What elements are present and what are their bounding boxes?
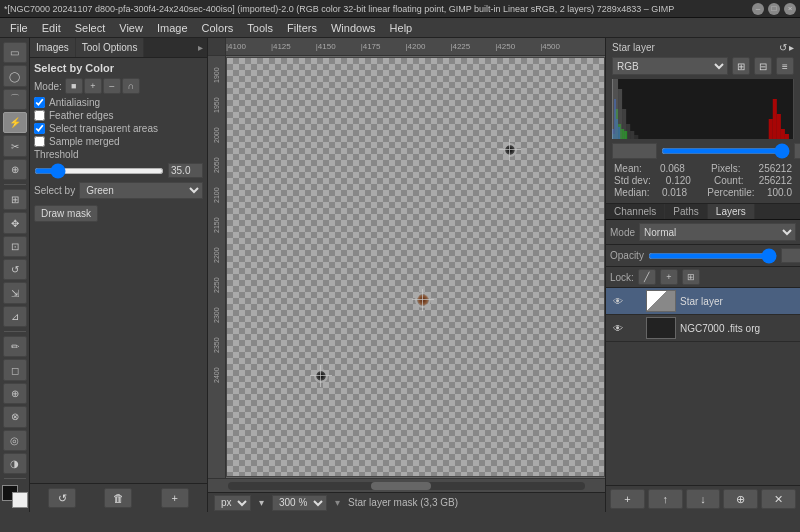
- threshold-slider[interactable]: [34, 168, 164, 174]
- histogram-range-start[interactable]: 0.000: [612, 143, 657, 159]
- mode-subtract[interactable]: –: [103, 78, 121, 94]
- tool-rect-select[interactable]: ▭: [3, 42, 27, 63]
- histogram-range-end[interactable]: 1.000: [794, 143, 800, 159]
- menu-item-image[interactable]: Image: [151, 20, 194, 36]
- ruler-mark-v-11: 2400: [213, 360, 220, 390]
- panel-delete-button[interactable]: 🗑: [104, 488, 132, 508]
- menu-item-filters[interactable]: Filters: [281, 20, 323, 36]
- layer-item-ngc7000[interactable]: 👁 NGC7000 .fits org: [606, 315, 800, 342]
- tool-align[interactable]: ⊞: [3, 189, 27, 210]
- histogram-btn-2[interactable]: ⊟: [754, 57, 772, 75]
- menu-item-colors[interactable]: Colors: [196, 20, 240, 36]
- tab-images[interactable]: Images: [30, 38, 76, 57]
- layer-chain-ngc: [630, 322, 642, 334]
- tool-paint[interactable]: ✏: [3, 336, 27, 357]
- panel-tab-arrow[interactable]: ▸: [194, 38, 207, 57]
- lock-pixels-button[interactable]: ╱: [638, 269, 656, 285]
- menu-item-file[interactable]: File: [4, 20, 34, 36]
- horizontal-scrollbar[interactable]: [208, 478, 605, 492]
- layer-item-star[interactable]: 👁 Star layer: [606, 288, 800, 315]
- tool-crop[interactable]: ⊡: [3, 236, 27, 257]
- main-layout: ▭ ◯ ⌒ ⚡ ✂ ⊕ ⊞ ✥ ⊡ ↺ ⇲ ⊿ ✏ ◻ ⊕ ⊗ ◎ ◑ Imag…: [0, 38, 800, 512]
- left-toolbar: ▭ ◯ ⌒ ⚡ ✂ ⊕ ⊞ ✥ ⊡ ↺ ⇲ ⊿ ✏ ◻ ⊕ ⊗ ◎ ◑: [0, 38, 30, 512]
- histogram-btn-3[interactable]: ≡: [776, 57, 794, 75]
- layer-name-star: Star layer: [680, 296, 796, 307]
- threshold-label: Threshold: [34, 149, 78, 160]
- canvas-ruler-left: 1900 1950 2000 2050 2100 2150 2200 2250 …: [208, 56, 226, 478]
- select-by-dropdown[interactable]: Green: [79, 182, 203, 199]
- cpl-tab-channels[interactable]: Channels: [606, 204, 665, 219]
- histogram-range-slider[interactable]: [661, 148, 790, 154]
- layer-thumb-star: [646, 290, 676, 312]
- tool-free-select[interactable]: ⌒: [3, 89, 27, 110]
- antialiasing-check[interactable]: [34, 97, 45, 108]
- tool-scale[interactable]: ⇲: [3, 282, 27, 303]
- image-canvas[interactable]: [226, 57, 605, 477]
- menu-item-view[interactable]: View: [113, 20, 149, 36]
- tool-clone[interactable]: ⊕: [3, 383, 27, 404]
- maximize-button[interactable]: □: [768, 3, 780, 15]
- menu-item-windows[interactable]: Windows: [325, 20, 382, 36]
- mode-intersect[interactable]: ∩: [122, 78, 140, 94]
- menu-item-select[interactable]: Select: [69, 20, 112, 36]
- tool-blur[interactable]: ◎: [3, 430, 27, 451]
- tab-tool-options[interactable]: Tool Options: [76, 38, 145, 57]
- panel-bottom: ↺ 🗑 +: [30, 483, 207, 512]
- select-by-row: Select by Green: [34, 182, 203, 199]
- zoom-select[interactable]: px: [214, 495, 251, 511]
- lock-all-button[interactable]: ⊞: [682, 269, 700, 285]
- panel-reset-button[interactable]: ↺: [48, 488, 76, 508]
- tool-ellipse-select[interactable]: ◯: [3, 65, 27, 86]
- layer-visibility-ngc[interactable]: 👁: [610, 320, 626, 336]
- layer-new-button[interactable]: +: [610, 489, 645, 509]
- background-color[interactable]: [12, 492, 28, 508]
- layer-duplicate-button[interactable]: ⊕: [723, 489, 758, 509]
- menu-item-help[interactable]: Help: [384, 20, 419, 36]
- ruler-mark-v-5: 2100: [213, 180, 220, 210]
- menu-item-edit[interactable]: Edit: [36, 20, 67, 36]
- sample-merged-check[interactable]: [34, 136, 45, 147]
- layers-mode-select[interactable]: Normal: [639, 223, 796, 241]
- layer-visibility-star[interactable]: 👁: [610, 293, 626, 309]
- opacity-slider[interactable]: [648, 253, 777, 259]
- close-button[interactable]: ×: [784, 3, 796, 15]
- tool-foreground-select[interactable]: ⊕: [3, 159, 27, 180]
- tool-rotate[interactable]: ↺: [3, 259, 27, 280]
- threshold-value[interactable]: 35.0: [168, 163, 203, 178]
- transparent-check[interactable]: [34, 123, 45, 134]
- scrollbar-thumb[interactable]: [371, 482, 431, 490]
- zoom-level-select[interactable]: 300 %: [272, 495, 327, 511]
- ruler-mark-8: |4500: [540, 42, 560, 51]
- tool-fuzzy-select[interactable]: ⚡: [3, 112, 27, 133]
- menu-item-tools[interactable]: Tools: [241, 20, 279, 36]
- mode-add[interactable]: +: [84, 78, 102, 94]
- cpl-tab-layers[interactable]: Layers: [708, 204, 755, 219]
- ruler-mark-v-8: 2250: [213, 270, 220, 300]
- canvas-scroll-area[interactable]: [226, 56, 605, 478]
- histogram-menu-icon[interactable]: ▸: [789, 42, 794, 53]
- tool-shear[interactable]: ⊿: [3, 306, 27, 327]
- layer-lower-button[interactable]: ↓: [686, 489, 721, 509]
- panel-new-button[interactable]: +: [161, 488, 189, 508]
- layer-delete-button[interactable]: ✕: [761, 489, 796, 509]
- histogram-graph: [612, 79, 794, 139]
- tool-move[interactable]: ✥: [3, 212, 27, 233]
- layer-raise-button[interactable]: ↑: [648, 489, 683, 509]
- lock-position-button[interactable]: +: [660, 269, 678, 285]
- channel-select[interactable]: RGB: [612, 57, 728, 75]
- mode-replace[interactable]: ■: [65, 78, 83, 94]
- minimize-button[interactable]: –: [752, 3, 764, 15]
- feather-check[interactable]: [34, 110, 45, 121]
- ruler-mark-1: |4100: [226, 42, 246, 51]
- tool-heal[interactable]: ⊗: [3, 406, 27, 427]
- tool-dodge[interactable]: ◑: [3, 453, 27, 474]
- tool-erase[interactable]: ◻: [3, 359, 27, 380]
- histogram-btn-1[interactable]: ⊞: [732, 57, 750, 75]
- cpl-tab-paths[interactable]: Paths: [665, 204, 708, 219]
- draw-mask-button[interactable]: Draw mask: [34, 205, 98, 222]
- layer-thumb-ngc: [646, 317, 676, 339]
- histogram-refresh-icon[interactable]: ↺: [779, 42, 787, 53]
- tool-scissors[interactable]: ✂: [3, 135, 27, 156]
- stat-pixels-value: 256212: [759, 163, 792, 174]
- opacity-value[interactable]: 100.0: [781, 248, 800, 263]
